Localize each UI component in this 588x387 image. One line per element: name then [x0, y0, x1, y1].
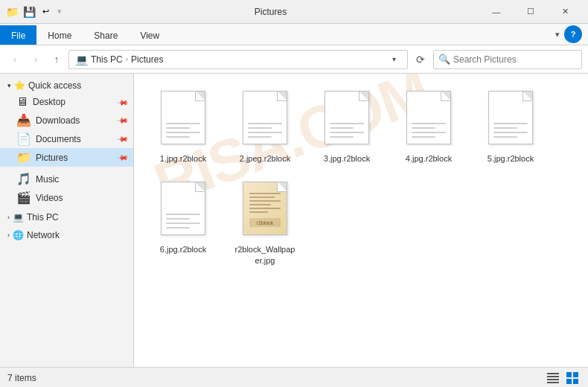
path-this-pc: This PC — [91, 54, 123, 65]
sidebar-header-network[interactable]: › 🌐 Network — [0, 228, 133, 243]
network-globe-icon: 🌐 — [13, 230, 24, 240]
search-box[interactable]: 🔍 — [433, 50, 582, 69]
address-bar: ‹ › ↑ 💻 This PC › Pictures ▾ ⟳ 🔍 — [0, 45, 588, 74]
file-thumbnail — [321, 91, 373, 150]
svg-rect-4 — [566, 372, 572, 377]
tab-view[interactable]: View — [129, 25, 170, 45]
file-name-label: 3.jpg.r2block — [324, 153, 370, 164]
thispc-pc-icon: 💻 — [13, 212, 24, 223]
file-grid: 1.jpg.r2block2.jpeg.r2block3.jpg.r2block… — [140, 80, 582, 277]
sidebar-header-quickaccess[interactable]: ▾ ⭐ Quick access — [0, 78, 133, 93]
sidebar-item-music[interactable]: 🎵 Music — [0, 170, 133, 188]
address-path[interactable]: 💻 This PC › Pictures ▾ — [68, 50, 408, 69]
file-name-label: 5.jpg.r2block — [488, 153, 534, 164]
close-button[interactable]: ✕ — [548, 0, 582, 24]
file-item[interactable]: 3.jpg.r2block — [310, 86, 384, 169]
up-button[interactable]: ↑ — [48, 51, 65, 68]
sidebar-item-desktop[interactable]: 🖥 Desktop 📌 — [0, 93, 133, 111]
thispc-chevron-icon: › — [7, 214, 10, 221]
pictures-icon: 📁 — [16, 150, 31, 164]
file-item[interactable]: 1.jpg.r2block — [146, 86, 220, 169]
file-item[interactable]: 5.jpg.r2block — [473, 86, 548, 169]
file-thumbnail — [157, 91, 209, 150]
sidebar-item-downloads[interactable]: 📥 Downloads 📌 — [0, 111, 133, 129]
grid-view-button[interactable] — [564, 370, 581, 386]
tab-share[interactable]: Share — [83, 25, 129, 45]
file-item[interactable]: r2block r2block_Wallpaper.jpg — [228, 176, 302, 271]
title-bar: 📁 💾 ↩ ▾ Pictures — ☐ ✕ — [0, 0, 588, 24]
sidebar-item-videos[interactable]: 🎬 Videos — [0, 188, 133, 207]
pin-icon-desktop: 📌 — [117, 96, 129, 108]
file-name-label: 1.jpg.r2block — [160, 153, 206, 164]
svg-rect-0 — [547, 373, 559, 374]
sidebar: ▾ ⭐ Quick access 🖥 Desktop 📌 📥 Downloads… — [0, 74, 134, 367]
ribbon-tabs: File Home Share View ▾ ? — [0, 24, 588, 45]
back-button[interactable]: ‹ — [6, 51, 24, 68]
save-quick-btn[interactable]: 💾 — [23, 6, 35, 18]
file-name-label: 4.jpg.r2block — [406, 153, 452, 164]
status-bar: 7 items — [0, 367, 588, 387]
desktop-label: Desktop — [33, 97, 65, 107]
title-bar-left: 📁 💾 ↩ ▾ — [6, 6, 62, 18]
maximize-button[interactable]: ☐ — [514, 0, 548, 24]
sidebar-header-thispc[interactable]: › 💻 This PC — [0, 210, 133, 225]
pin-icon-pictures: 📌 — [117, 151, 129, 163]
sidebar-item-pictures[interactable]: 📁 Pictures 📌 — [0, 148, 133, 167]
documents-icon: 📄 — [16, 132, 31, 146]
file-thumbnail — [157, 182, 209, 241]
forward-button[interactable]: › — [27, 51, 45, 68]
videos-icon: 🎬 — [16, 191, 31, 205]
downloads-icon: 📥 — [16, 113, 31, 127]
downloads-label: Downloads — [36, 115, 80, 126]
music-label: Music — [36, 174, 59, 185]
sidebar-section-thispc: › 💻 This PC — [0, 208, 133, 226]
music-icon: 🎵 — [16, 172, 31, 186]
ribbon: File Home Share View ▾ ? — [0, 24, 588, 45]
file-name-label: 6.jpg.r2block — [160, 244, 206, 255]
svg-rect-2 — [547, 379, 559, 380]
svg-rect-7 — [573, 379, 578, 384]
network-label: Network — [27, 230, 60, 240]
expand-ribbon-icon[interactable]: ▾ — [555, 30, 560, 39]
help-button[interactable]: ? — [564, 25, 582, 43]
documents-label: Documents — [36, 134, 81, 144]
quickaccess-label: Quick access — [28, 80, 81, 91]
file-item[interactable]: 2.jpeg.r2block — [228, 86, 302, 169]
pin-icon-documents: 📌 — [117, 132, 129, 144]
thispc-label: This PC — [27, 212, 59, 223]
file-thumbnail: r2block — [239, 182, 291, 241]
videos-label: Videos — [36, 193, 63, 203]
undo-quick-btn[interactable]: ↩ — [39, 6, 51, 18]
file-thumbnail — [485, 91, 537, 150]
file-thumbnail — [239, 91, 291, 150]
file-item[interactable]: 6.jpg.r2block — [146, 176, 220, 271]
minimize-button[interactable]: — — [479, 0, 514, 24]
svg-rect-6 — [566, 379, 572, 384]
file-name-label: 2.jpeg.r2block — [240, 153, 291, 164]
list-view-button[interactable] — [545, 370, 561, 386]
svg-rect-1 — [547, 376, 559, 377]
tab-home[interactable]: Home — [36, 25, 83, 45]
main-layout: ▾ ⭐ Quick access 🖥 Desktop 📌 📥 Downloads… — [0, 74, 588, 367]
sidebar-item-documents[interactable]: 📄 Documents 📌 — [0, 129, 133, 148]
path-pc-icon: 💻 — [75, 54, 88, 65]
search-icon: 🔍 — [438, 54, 450, 65]
pictures-label: Pictures — [36, 153, 68, 163]
status-view-controls — [545, 370, 581, 386]
path-dropdown-icon[interactable]: ▾ — [386, 55, 401, 63]
ribbon-chevron: ▾ ? — [549, 24, 588, 45]
title-controls: — ☐ ✕ — [479, 0, 582, 24]
file-item[interactable]: 4.jpg.r2block — [392, 86, 466, 169]
item-count: 7 items — [7, 373, 36, 383]
sidebar-section-media: 🎵 Music 🎬 Videos — [0, 168, 133, 208]
pin-icon-downloads: 📌 — [117, 114, 129, 126]
network-chevron-icon: › — [7, 231, 10, 239]
search-input[interactable] — [453, 54, 577, 65]
tab-file[interactable]: File — [0, 25, 36, 45]
quickaccess-chevron-icon: ▾ — [7, 82, 11, 89]
sidebar-section-network: › 🌐 Network — [0, 226, 133, 244]
refresh-button[interactable]: ⟳ — [411, 50, 430, 69]
path-pictures: Pictures — [131, 54, 163, 65]
desktop-icon: 🖥 — [16, 95, 28, 109]
sidebar-section-quickaccess: ▾ ⭐ Quick access 🖥 Desktop 📌 📥 Downloads… — [0, 77, 133, 168]
